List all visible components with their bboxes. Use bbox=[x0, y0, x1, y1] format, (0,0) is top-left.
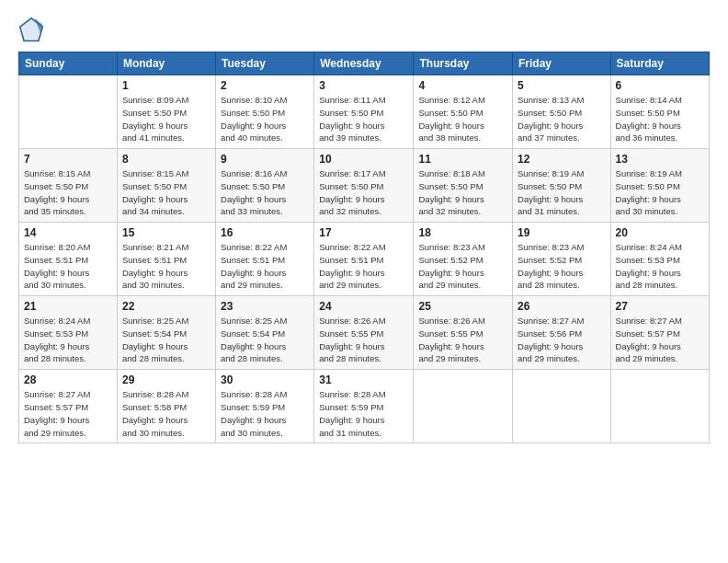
daylight-line1: Daylight: 9 hours bbox=[518, 268, 583, 278]
day-detail: Sunrise: 8:20 AMSunset: 5:51 PMDaylight:… bbox=[24, 241, 112, 292]
day-cell: 28Sunrise: 8:27 AMSunset: 5:57 PMDayligh… bbox=[19, 370, 118, 443]
calendar-table: SundayMondayTuesdayWednesdayThursdayFrid… bbox=[18, 52, 710, 443]
day-cell: 7Sunrise: 8:15 AMSunset: 5:50 PMDaylight… bbox=[19, 149, 118, 223]
day-number: 8 bbox=[122, 153, 210, 166]
sunrise: Sunrise: 8:15 AM bbox=[24, 168, 90, 178]
daylight-line1: Daylight: 9 hours bbox=[518, 121, 583, 131]
header bbox=[18, 17, 710, 42]
daylight-line1: Daylight: 9 hours bbox=[24, 415, 89, 425]
day-header-tuesday: Tuesday bbox=[216, 52, 314, 75]
day-cell: 31Sunrise: 8:28 AMSunset: 5:59 PMDayligh… bbox=[314, 370, 414, 443]
week-row-4: 21Sunrise: 8:24 AMSunset: 5:53 PMDayligh… bbox=[19, 296, 710, 370]
daylight-line2: and 30 minutes. bbox=[122, 428, 185, 438]
week-row-5: 28Sunrise: 8:27 AMSunset: 5:57 PMDayligh… bbox=[19, 370, 710, 443]
sunset: Sunset: 5:50 PM bbox=[24, 181, 88, 191]
sunset: Sunset: 5:52 PM bbox=[418, 255, 483, 265]
day-cell: 10Sunrise: 8:17 AMSunset: 5:50 PMDayligh… bbox=[314, 149, 414, 223]
daylight-line2: and 29 minutes. bbox=[221, 280, 283, 290]
sunrise: Sunrise: 8:25 AM bbox=[221, 316, 287, 326]
sunset: Sunset: 5:55 PM bbox=[418, 328, 483, 339]
sunset: Sunset: 5:58 PM bbox=[122, 402, 187, 412]
daylight-line2: and 29 minutes. bbox=[518, 353, 580, 363]
day-detail: Sunrise: 8:26 AMSunset: 5:55 PMDaylight:… bbox=[418, 315, 507, 365]
daylight-line2: and 30 minutes. bbox=[221, 428, 283, 438]
day-detail: Sunrise: 8:23 AMSunset: 5:52 PMDaylight:… bbox=[418, 241, 507, 292]
daylight-line1: Daylight: 9 hours bbox=[616, 121, 681, 131]
daylight-line2: and 40 minutes. bbox=[221, 132, 283, 143]
day-cell: 1Sunrise: 8:09 AMSunset: 5:50 PMDaylight… bbox=[117, 75, 215, 149]
sunset: Sunset: 5:59 PM bbox=[319, 402, 383, 412]
sunrise: Sunrise: 8:15 AM bbox=[122, 168, 188, 178]
day-number: 27 bbox=[616, 300, 704, 313]
daylight-line1: Daylight: 9 hours bbox=[221, 268, 286, 278]
sunrise: Sunrise: 8:23 AM bbox=[518, 242, 584, 252]
day-number: 13 bbox=[616, 153, 704, 166]
day-number: 7 bbox=[24, 153, 112, 166]
sunrise: Sunrise: 8:24 AM bbox=[616, 242, 682, 252]
sunrise: Sunrise: 8:21 AM bbox=[122, 242, 188, 252]
daylight-line2: and 37 minutes. bbox=[518, 132, 580, 143]
daylight-line2: and 39 minutes. bbox=[319, 132, 381, 143]
day-cell bbox=[19, 75, 118, 149]
daylight-line1: Daylight: 9 hours bbox=[319, 121, 384, 131]
sunset: Sunset: 5:50 PM bbox=[616, 108, 680, 118]
sunset: Sunset: 5:50 PM bbox=[418, 181, 483, 191]
day-detail: Sunrise: 8:19 AMSunset: 5:50 PMDaylight:… bbox=[518, 167, 606, 218]
daylight-line2: and 33 minutes. bbox=[221, 206, 283, 216]
daylight-line2: and 31 minutes. bbox=[319, 428, 381, 438]
day-number: 17 bbox=[319, 226, 408, 239]
sunrise: Sunrise: 8:22 AM bbox=[221, 242, 287, 252]
calendar-body: 1Sunrise: 8:09 AMSunset: 5:50 PMDaylight… bbox=[19, 75, 710, 443]
sunset: Sunset: 5:50 PM bbox=[319, 108, 383, 118]
day-detail: Sunrise: 8:13 AMSunset: 5:50 PMDaylight:… bbox=[518, 94, 606, 144]
day-number: 19 bbox=[518, 226, 606, 239]
day-detail: Sunrise: 8:16 AMSunset: 5:50 PMDaylight:… bbox=[221, 167, 309, 218]
day-cell: 29Sunrise: 8:28 AMSunset: 5:58 PMDayligh… bbox=[117, 370, 215, 443]
day-cell: 8Sunrise: 8:15 AMSunset: 5:50 PMDaylight… bbox=[117, 149, 215, 223]
day-header-saturday: Saturday bbox=[610, 52, 709, 75]
day-number: 24 bbox=[319, 300, 408, 313]
day-number: 29 bbox=[122, 373, 210, 386]
day-cell: 27Sunrise: 8:27 AMSunset: 5:57 PMDayligh… bbox=[610, 296, 709, 370]
daylight-line2: and 28 minutes. bbox=[319, 353, 381, 363]
sunset: Sunset: 5:50 PM bbox=[122, 181, 187, 191]
day-cell: 19Sunrise: 8:23 AMSunset: 5:52 PMDayligh… bbox=[513, 223, 611, 296]
daylight-line1: Daylight: 9 hours bbox=[319, 194, 384, 204]
sunrise: Sunrise: 8:13 AM bbox=[518, 95, 584, 105]
day-number: 31 bbox=[319, 373, 408, 386]
week-row-2: 7Sunrise: 8:15 AMSunset: 5:50 PMDaylight… bbox=[19, 149, 710, 223]
daylight-line2: and 29 minutes. bbox=[418, 353, 481, 363]
daylight-line2: and 28 minutes. bbox=[24, 353, 86, 363]
daylight-line1: Daylight: 9 hours bbox=[221, 341, 286, 351]
day-number: 18 bbox=[418, 226, 507, 239]
day-detail: Sunrise: 8:23 AMSunset: 5:52 PMDaylight:… bbox=[518, 241, 606, 292]
sunrise: Sunrise: 8:26 AM bbox=[418, 316, 484, 326]
day-detail: Sunrise: 8:27 AMSunset: 5:57 PMDaylight:… bbox=[616, 315, 704, 365]
sunrise: Sunrise: 8:09 AM bbox=[122, 95, 188, 105]
daylight-line2: and 32 minutes. bbox=[418, 206, 481, 216]
daylight-line1: Daylight: 9 hours bbox=[221, 194, 286, 204]
day-number: 10 bbox=[319, 153, 408, 166]
day-cell: 13Sunrise: 8:19 AMSunset: 5:50 PMDayligh… bbox=[610, 149, 709, 223]
day-detail: Sunrise: 8:14 AMSunset: 5:50 PMDaylight:… bbox=[616, 94, 704, 144]
day-number: 9 bbox=[221, 153, 309, 166]
day-detail: Sunrise: 8:10 AMSunset: 5:50 PMDaylight:… bbox=[221, 94, 309, 144]
day-number: 30 bbox=[221, 373, 309, 386]
day-header-wednesday: Wednesday bbox=[314, 52, 414, 75]
sunrise: Sunrise: 8:25 AM bbox=[122, 316, 188, 326]
day-number: 4 bbox=[418, 79, 507, 92]
day-number: 5 bbox=[518, 79, 606, 92]
day-cell bbox=[513, 370, 611, 443]
day-detail: Sunrise: 8:24 AMSunset: 5:53 PMDaylight:… bbox=[616, 241, 704, 292]
day-number: 25 bbox=[418, 300, 507, 313]
sunrise: Sunrise: 8:24 AM bbox=[24, 316, 90, 326]
day-detail: Sunrise: 8:24 AMSunset: 5:53 PMDaylight:… bbox=[24, 315, 112, 365]
daylight-line1: Daylight: 9 hours bbox=[616, 268, 681, 278]
sunset: Sunset: 5:57 PM bbox=[616, 328, 680, 339]
daylight-line1: Daylight: 9 hours bbox=[221, 415, 286, 425]
day-detail: Sunrise: 8:17 AMSunset: 5:50 PMDaylight:… bbox=[319, 167, 408, 218]
logo bbox=[18, 17, 48, 42]
daylight-line1: Daylight: 9 hours bbox=[24, 268, 89, 278]
day-number: 14 bbox=[24, 226, 112, 239]
sunrise: Sunrise: 8:12 AM bbox=[418, 95, 484, 105]
